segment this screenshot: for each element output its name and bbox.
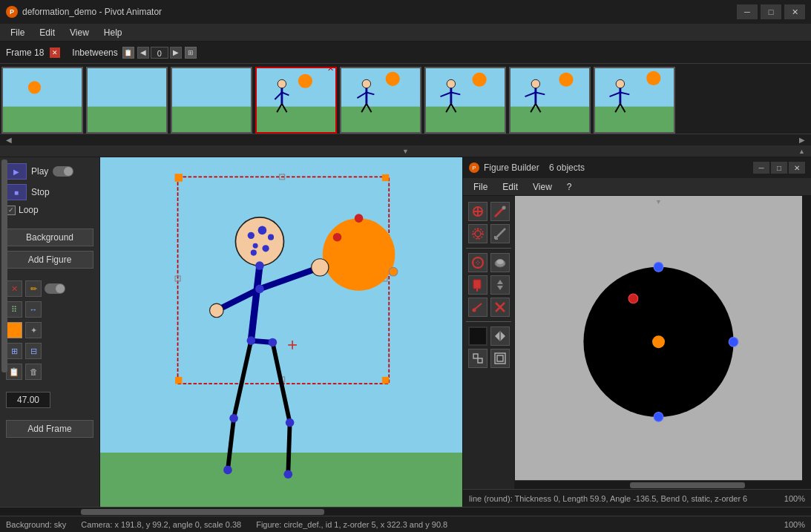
svg-point-35 xyxy=(559,73,573,87)
svg-point-110 xyxy=(472,309,476,312)
fb-title-bar: P Figure Builder 6 objects ─ □ ✕ xyxy=(463,157,811,178)
fb-toolbar xyxy=(463,196,515,489)
tool-toggle[interactable] xyxy=(45,283,65,294)
fb-menu-help[interactable]: ? xyxy=(559,180,579,194)
left-panel: ▶ Play ■ Stop ✓ Loop Background Add Figu… xyxy=(0,157,100,507)
number-input[interactable]: 47.00 xyxy=(6,392,50,408)
menu-view[interactable]: View xyxy=(62,26,96,39)
counter-container: ◀ 0 ▶ xyxy=(137,47,182,59)
frame-thumb-6[interactable] xyxy=(424,67,506,134)
frame-thumb-4[interactable]: ✕ xyxy=(255,67,337,134)
hand-tool[interactable]: ↔ xyxy=(25,301,42,318)
maximize-button[interactable]: □ xyxy=(761,4,781,19)
fb-close-button[interactable]: ✕ xyxy=(789,162,805,174)
fb-gear-tool[interactable] xyxy=(468,224,487,243)
fb-color-swatch[interactable] xyxy=(468,326,487,346)
fb-delete-tool[interactable] xyxy=(490,298,510,317)
spacer4 xyxy=(6,413,93,416)
counter-value: 0 xyxy=(151,47,168,59)
fb-minimize-button[interactable]: ─ xyxy=(753,162,769,174)
svg-point-64 xyxy=(253,243,258,249)
svg-point-80 xyxy=(269,338,278,347)
copy-inbetween-button[interactable]: 📋 xyxy=(122,47,134,59)
svg-point-63 xyxy=(268,234,274,240)
svg-line-8 xyxy=(282,92,289,95)
status-figure: Figure: circle_def., id 1, z-order 5, x … xyxy=(256,520,447,529)
fb-rotate-tool[interactable] xyxy=(468,202,487,221)
expand-arrow-right: ▲ xyxy=(798,148,805,155)
fb-diagonal-tool[interactable] xyxy=(490,224,510,243)
fb-hscroll[interactable] xyxy=(515,480,802,489)
pencil-tool[interactable]: ✏ xyxy=(25,280,42,297)
delete-tool[interactable]: ✕ xyxy=(6,280,22,297)
svg-point-21 xyxy=(447,79,455,88)
main-hscroll-thumb[interactable] xyxy=(81,509,324,515)
grid-tool[interactable]: ⠿ xyxy=(6,301,22,318)
fb-content: ▼ xyxy=(463,196,811,489)
frame-thumb-7[interactable] xyxy=(509,67,591,134)
menu-file[interactable]: File xyxy=(3,26,32,39)
fb-title: Figure Builder 6 objects xyxy=(484,162,749,173)
fb-stone-tool[interactable] xyxy=(490,253,510,272)
close-frame-button[interactable]: ✕ xyxy=(50,47,60,58)
fb-circle-tool[interactable] xyxy=(468,253,487,272)
fb-paint-tool[interactable] xyxy=(468,275,487,295)
status-camera: Camera: x 191.8, y 99.2, angle 0, scale … xyxy=(81,520,241,529)
fb-line-tool[interactable] xyxy=(490,202,510,221)
fb-maximize-button[interactable]: □ xyxy=(771,162,787,174)
fb-expand-tool[interactable] xyxy=(468,349,487,368)
timeline-frames: ✕ xyxy=(0,64,811,134)
copy-button-2[interactable]: ⊞ xyxy=(185,47,197,59)
move-layer-tool[interactable]: ⊟ xyxy=(25,343,42,359)
close-button[interactable]: ✕ xyxy=(784,4,805,19)
fb-menu-file[interactable]: File xyxy=(466,180,495,194)
svg-point-81 xyxy=(229,414,238,423)
svg-rect-119 xyxy=(497,355,503,361)
svg-rect-20 xyxy=(426,107,504,132)
frame-thumb-2[interactable] xyxy=(86,67,168,134)
svg-point-121 xyxy=(652,335,665,348)
stop-button[interactable]: ■ xyxy=(6,184,27,200)
play-toggle[interactable] xyxy=(53,166,73,177)
fb-menu-edit[interactable]: Edit xyxy=(495,180,525,194)
svg-point-106 xyxy=(476,290,478,292)
eyedropper-tool[interactable]: ✦ xyxy=(25,322,42,338)
fb-canvas[interactable]: ▼ xyxy=(515,196,802,480)
fb-collapse-tool[interactable] xyxy=(490,349,510,368)
add-frame-button[interactable]: Add Frame xyxy=(6,420,93,438)
minimize-button[interactable]: ─ xyxy=(737,4,758,19)
counter-decrement[interactable]: ◀ xyxy=(137,47,149,59)
animation-canvas[interactable] xyxy=(100,157,462,507)
tools-row-4: ⊞ ⊟ xyxy=(6,343,93,359)
frame-thumb-8[interactable] xyxy=(594,67,675,134)
background-button[interactable]: Background xyxy=(6,229,93,246)
fb-arrows-tool[interactable] xyxy=(490,275,510,295)
fb-flip-tool[interactable] xyxy=(490,326,510,346)
add-figure-button[interactable]: Add Figure xyxy=(6,251,93,269)
trash-tool[interactable]: 🗑 xyxy=(25,364,42,380)
fb-menu-view[interactable]: View xyxy=(525,180,559,194)
frame-thumb-3[interactable] xyxy=(171,67,252,134)
fb-hscroll-thumb[interactable] xyxy=(630,482,745,488)
timeline-collapse[interactable]: ▼ ▲ xyxy=(0,145,811,157)
main-container: Frame 18 ✕ Inbetweens 📋 ◀ 0 ▶ ⊞ xyxy=(0,42,811,516)
play-button[interactable]: ▶ xyxy=(6,163,27,180)
fb-line2-tool[interactable] xyxy=(468,298,487,317)
fb-tool-row-5 xyxy=(468,298,510,317)
color-swatch-orange[interactable] xyxy=(6,322,22,338)
fb-status-bar: line (round): Thickness 0, Length 59.9, … xyxy=(463,489,811,507)
menu-edit[interactable]: Edit xyxy=(32,26,62,39)
frame-thumb-5[interactable] xyxy=(340,67,421,134)
svg-rect-116 xyxy=(473,354,478,358)
copy-layer-tool[interactable]: ⊞ xyxy=(6,343,22,359)
fb-figure-svg xyxy=(515,196,802,480)
bottom-scroll[interactable] xyxy=(0,507,811,516)
figure-builder: P Figure Builder 6 objects ─ □ ✕ File Ed… xyxy=(462,157,811,507)
main-canvas-svg xyxy=(100,157,462,507)
fb-vscroll[interactable] xyxy=(802,196,811,489)
menu-help[interactable]: Help xyxy=(96,26,130,39)
clipboard-tool[interactable]: 📋 xyxy=(6,364,22,380)
svg-point-99 xyxy=(473,257,483,268)
counter-increment[interactable]: ▶ xyxy=(170,47,182,59)
frame-thumb-1[interactable] xyxy=(1,67,83,134)
